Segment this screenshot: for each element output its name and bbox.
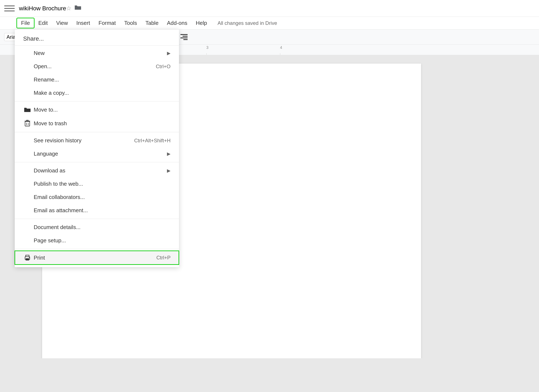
align-right-button[interactable] — [179, 32, 189, 42]
menu-item-open[interactable]: Open... Ctrl+O — [15, 60, 179, 73]
menu-item-email-collaborators[interactable]: Email collaborators... — [15, 191, 179, 204]
menu-item-page-setup[interactable]: Page setup... — [15, 234, 179, 247]
download-arrow-icon: ▶ — [167, 168, 171, 173]
new-arrow-icon: ▶ — [167, 51, 171, 56]
menu-item-publish-web[interactable]: Publish to the web... — [15, 177, 179, 191]
menu-help[interactable]: Help — [192, 18, 211, 28]
star-icon[interactable]: ☆ — [66, 5, 71, 12]
menu-item-move-to[interactable]: Move to... — [15, 103, 179, 116]
menu-tools[interactable]: Tools — [120, 18, 141, 28]
folder-move-icon — [23, 107, 32, 113]
dropdown-separator-4 — [15, 219, 179, 219]
menu-item-email-attachment[interactable]: Email as attachment... — [15, 204, 179, 217]
menu-item-new[interactable]: New ▶ — [15, 47, 179, 60]
menu-view[interactable]: View — [52, 18, 72, 28]
ruler-tick-3 — [206, 53, 207, 55]
language-arrow-icon: ▶ — [167, 151, 171, 157]
menu-item-print[interactable]: Print Ctrl+P — [15, 251, 179, 265]
dropdown-separator-5 — [15, 249, 179, 249]
menu-item-revision-history[interactable]: See revision history Ctrl+Alt+Shift+H — [15, 134, 179, 147]
menu-edit[interactable]: Edit — [34, 18, 52, 28]
dropdown-separator-3 — [15, 162, 179, 162]
menu-addons[interactable]: Add-ons — [163, 18, 192, 28]
menu-file[interactable]: File — [17, 18, 34, 28]
svg-point-7 — [29, 257, 30, 258]
dropdown-separator-1 — [15, 101, 179, 101]
hamburger-menu-icon[interactable] — [4, 3, 15, 14]
align-right-icon — [180, 34, 188, 40]
svg-rect-6 — [26, 258, 29, 260]
ruler-number-4: 4 — [280, 45, 282, 50]
menu-item-rename[interactable]: Rename... — [15, 73, 179, 86]
menu-item-move-trash[interactable]: Move to trash — [15, 116, 179, 130]
file-dropdown-menu: Share... New ▶ Open... Ctrl+O Rename... … — [15, 29, 179, 267]
folder-icon[interactable] — [74, 5, 82, 12]
menu-insert[interactable]: Insert — [72, 18, 94, 28]
menu-format[interactable]: Format — [94, 18, 120, 28]
menu-item-share[interactable]: Share... — [15, 32, 179, 46]
svg-rect-1 — [25, 121, 30, 126]
menu-item-make-copy[interactable]: Make a copy... — [15, 86, 179, 100]
printer-icon — [23, 254, 32, 261]
menu-table[interactable]: Table — [141, 18, 163, 28]
trash-icon — [23, 120, 32, 127]
document-title[interactable]: wikiHow Brochure — [19, 5, 66, 12]
menu-item-language[interactable]: Language ▶ — [15, 147, 179, 160]
ruler-tick-4 — [280, 53, 280, 55]
menu-item-document-details[interactable]: Document details... — [15, 221, 179, 234]
menu-item-download-as[interactable]: Download as ▶ — [15, 164, 179, 177]
save-status: All changes saved in Drive — [217, 20, 277, 26]
ruler-number-3: 3 — [206, 45, 208, 50]
